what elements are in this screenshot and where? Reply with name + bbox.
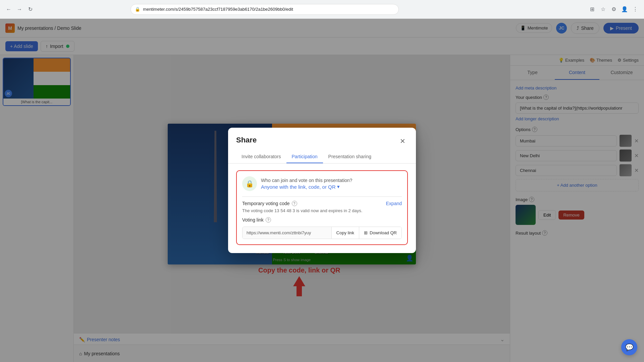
lock-icon: 🔒 [135, 7, 140, 12]
modal-title: Share [236, 136, 257, 144]
voting-code-desc: The voting code 13 54 48 3 is valid now … [242, 208, 402, 213]
tab-participation[interactable]: Participation [286, 150, 323, 163]
url-text: mentimeter.com/s/2459b757587a23ccf718795… [143, 7, 293, 12]
voting-link-row: Voting link ? [242, 217, 402, 223]
back-button[interactable]: ← [4, 5, 13, 14]
share-modal: Share ✕ Invite collaborators Participati… [228, 128, 416, 253]
download-qr-button[interactable]: ⊞ Download QR [359, 227, 401, 239]
divider-1 [242, 196, 402, 197]
chat-button[interactable]: 💬 [621, 339, 637, 355]
tab-presentation-sharing[interactable]: Presentation sharing [323, 150, 377, 163]
who-can-join: 🔒 Who can join and vote on this presenta… [242, 176, 402, 191]
qr-icon: ⊞ [364, 230, 368, 235]
profile-button[interactable]: 👤 [620, 5, 629, 14]
modal-overlay[interactable]: Share ✕ Invite collaborators Participati… [0, 19, 644, 362]
voting-code-label: Temporary voting code ? [242, 201, 297, 206]
voting-link-input[interactable] [243, 227, 331, 239]
extensions2-button[interactable]: ⚙ [609, 5, 619, 14]
chat-icon: 💬 [625, 343, 634, 351]
voting-link-help-icon: ? [266, 217, 271, 223]
modal-tabs: Invite collaborators Participation Prese… [228, 150, 416, 164]
link-option-text: Anyone with the link, code, or QR [261, 184, 336, 190]
modal-body: 🔒 Who can join and vote on this presenta… [228, 164, 416, 253]
voting-code-help-icon: ? [292, 201, 297, 206]
expand-link[interactable]: Expand [386, 201, 402, 206]
modal-close-button[interactable]: ✕ [397, 136, 408, 146]
lock-circle-icon: 🔒 [242, 176, 257, 191]
extensions-button[interactable]: ⊞ [588, 5, 597, 14]
browser-chrome: ← → ↻ 🔒 mentimeter.com/s/2459b757587a23c… [0, 0, 644, 19]
tab-invite-collaborators[interactable]: Invite collaborators [236, 150, 286, 163]
refresh-button[interactable]: ↻ [25, 5, 35, 14]
forward-button[interactable]: → [15, 5, 24, 14]
chevron-down-icon: ▾ [337, 184, 340, 190]
voting-link-label: Voting link ? [242, 217, 271, 223]
bookmark-button[interactable]: ☆ [598, 5, 608, 14]
voting-code-row: Temporary voting code ? Expand [242, 201, 402, 206]
participation-box: 🔒 Who can join and vote on this presenta… [236, 170, 408, 245]
menu-button[interactable]: ⋮ [631, 5, 640, 14]
copy-link-button[interactable]: Copy link [331, 227, 359, 239]
link-input-row: Copy link ⊞ Download QR [242, 227, 402, 239]
address-bar[interactable]: 🔒 mentimeter.com/s/2459b757587a23ccf7187… [130, 4, 399, 15]
modal-header: Share ✕ [228, 128, 416, 146]
who-question-text: Who can join and vote on this presentati… [261, 178, 352, 183]
who-can-join-text: Who can join and vote on this presentati… [261, 178, 352, 190]
download-qr-label: Download QR [370, 230, 397, 235]
link-dropdown[interactable]: Anyone with the link, code, or QR ▾ [261, 184, 352, 190]
